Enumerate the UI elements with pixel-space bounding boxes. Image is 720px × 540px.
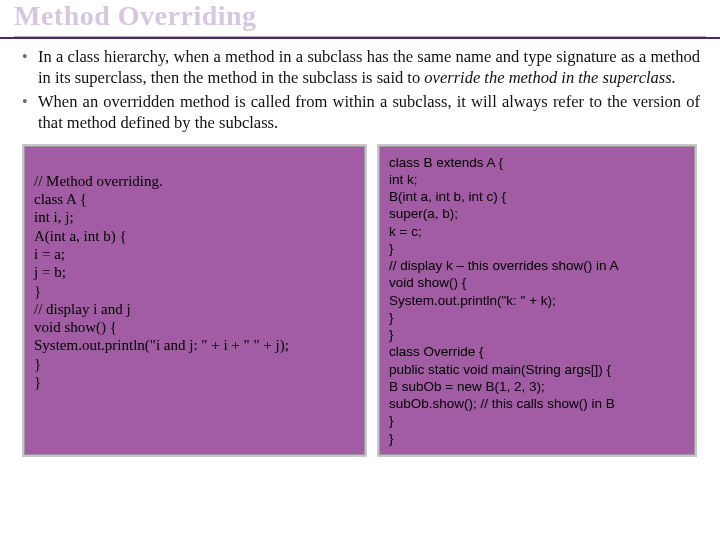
title-bar: Method Overriding: [0, 0, 720, 39]
bullet-item-1: In a class hierarchy, when a method in a…: [20, 47, 700, 88]
slide-title: Method Overriding: [14, 0, 706, 34]
bullet-list: In a class hierarchy, when a method in a…: [20, 47, 700, 134]
code-box-left: // Method overriding. class A { int i, j…: [22, 144, 367, 458]
content-area: In a class hierarchy, when a method in a…: [0, 39, 720, 467]
slide: Method Overriding In a class hierarchy, …: [0, 0, 720, 540]
bullet-item-2: When an overridden method is called from…: [20, 92, 700, 133]
code-box-right: class B extends A { int k; B(int a, int …: [377, 144, 697, 458]
bullet-1-italic: override the method in the superclass.: [424, 68, 675, 87]
bullet-2-text: When an overridden method is called from…: [38, 92, 700, 132]
code-row: // Method overriding. class A { int i, j…: [20, 144, 700, 458]
